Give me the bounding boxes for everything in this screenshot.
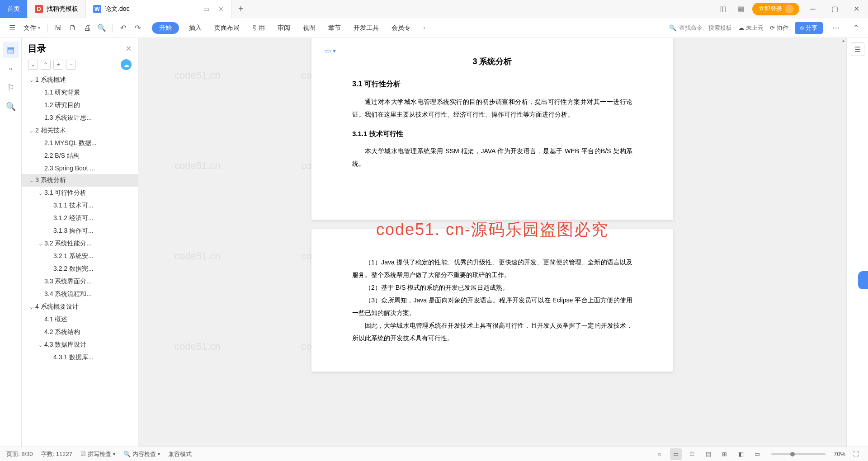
login-label: 立即登录 [759,5,782,13]
zoom-out-icon[interactable]: ▭ [751,448,763,460]
outline-item[interactable]: 4.2 系统结构 [22,326,138,339]
tab-close-icon[interactable]: ✕ [218,5,224,13]
outline-item[interactable]: 2.1 MYSQL 数据... [22,137,138,150]
tab-template[interactable]: D 找稻壳模板 [28,0,86,18]
zoom-thumb[interactable] [790,452,795,456]
save-as-icon[interactable]: 🗋 [66,21,80,35]
undo-icon[interactable]: ↶ [116,21,130,35]
outline-item[interactable]: ⌄3.1 可行性分析 [22,187,138,199]
tab-document[interactable]: W 论文.doc ▭ ✕ [86,0,231,18]
reading-layout-icon[interactable]: ◫ [716,3,729,15]
tab-screen-icon[interactable]: ▭ [203,5,209,13]
spell-check[interactable]: ☑拼写检查▾ [80,450,115,458]
minimize-button[interactable]: ─ [805,2,821,16]
ribbon-view[interactable]: 视图 [303,24,316,32]
outline-item[interactable]: 4.3.1 数据库... [22,351,138,364]
coop-button[interactable]: ⟳ 协作 [770,24,788,32]
outline-expand-all-icon[interactable]: ⌄ [28,60,38,70]
outline-sync-icon[interactable]: ☁ [121,59,132,70]
eyecare-icon[interactable]: ☼ [654,448,665,460]
share-button[interactable]: ⎋ 分享 [795,22,823,34]
outline-item[interactable]: 3.1.1 技术可... [22,199,138,212]
outline-panel-icon[interactable]: ▤ [3,42,19,58]
outline-item[interactable]: 1.3 系统设计思... [22,112,138,124]
outline-item[interactable]: 3.2.1 系统安... [22,250,138,263]
search-panel-icon[interactable]: 🔍 [3,99,19,115]
more-icon[interactable]: ⋯ [829,21,843,35]
view-read-icon[interactable]: ▤ [703,448,714,460]
left-sidebar: ▤ ▫ ⚐ 🔍 [0,38,22,447]
view-focus-icon[interactable]: ◧ [735,448,747,460]
document-area[interactable]: code51.cn code51.cn code51.cn code51.cn … [138,38,846,447]
outline-item[interactable]: 2.3 Spring Boot ... [22,162,138,174]
ribbon-review[interactable]: 审阅 [278,24,290,32]
scroll-up-icon[interactable]: ▴ [840,38,846,44]
chevron-down-icon[interactable]: ⌄ [28,178,34,183]
chevron-down-icon[interactable]: ⌄ [28,128,34,134]
chevron-down-icon[interactable]: ⌄ [28,304,34,310]
outline-item[interactable]: 3.3 系统界面分... [22,275,138,288]
login-button[interactable]: 立即登录 [752,3,799,15]
chevron-down-icon[interactable]: ⌄ [37,241,43,247]
outline-item[interactable]: 3.1.2 经济可... [22,212,138,225]
outline-item[interactable]: ⌄3.2 系统性能分... [22,237,138,250]
print-icon[interactable]: 🖨 [80,21,94,35]
redo-icon[interactable]: ↷ [131,21,144,35]
outline-item[interactable]: 1.1 研究背景 [22,86,138,99]
ribbon-devtools[interactable]: 开发工具 [354,24,379,32]
outline-item[interactable]: 3.2.2 数据完... [22,263,138,275]
ribbon-start[interactable]: 开始 [152,22,179,34]
word-count[interactable]: 字数: 11227 [41,450,72,458]
outline-item[interactable]: 1.2 研究目的 [22,99,138,112]
collapse-ribbon-icon[interactable]: ⌃ [849,21,863,35]
outline-collapse-all-icon[interactable]: ⌃ [41,60,51,70]
add-tab-button[interactable]: + [231,4,250,14]
outline-close-icon[interactable]: ✕ [126,44,132,53]
print-preview-icon[interactable]: 🔍 [95,21,108,35]
zoom-slider[interactable] [771,453,826,455]
chevron-down-icon[interactable]: ⌄ [28,77,34,83]
outline-item[interactable]: ⌄2 相关技术 [22,124,138,137]
ribbon-insert[interactable]: 插入 [189,24,202,32]
page-indicator[interactable]: 页面: 8/30 [6,450,33,458]
floating-tab[interactable] [858,271,868,289]
page-tag-icon[interactable]: ▭ ▾ [325,47,336,54]
content-check[interactable]: 🔍内容检查▾ [123,450,160,458]
tab-home[interactable]: 首页 [0,0,28,18]
cloud-status[interactable]: ☁ 未上云 [738,24,764,32]
file-menu[interactable]: 文件▾ [20,22,44,34]
close-window-button[interactable]: ✕ [848,2,864,16]
outline-item[interactable]: 4.1 概述 [22,313,138,326]
ribbon-member[interactable]: 会员专 [392,24,410,32]
ribbon-reference[interactable]: 引用 [252,24,265,32]
outline-item[interactable]: ⌄4.3.数据库设计 [22,339,138,351]
chevron-down-icon[interactable]: ⌄ [37,342,43,348]
thumbnail-panel-icon[interactable]: ▫ [3,61,19,77]
menu-icon[interactable]: ☰ [5,21,19,35]
view-web-icon[interactable]: ⊞ [719,448,731,460]
outline-add-icon[interactable]: + [53,60,63,70]
outline-item[interactable]: ⌄4 系统概要设计 [22,301,138,313]
view-outline-icon[interactable]: ☷ [686,448,698,460]
right-panel-toggle-icon[interactable]: ☰ [851,42,864,56]
fullscreen-icon[interactable]: ⛶ [850,448,862,460]
command-search[interactable]: 🔍 查找命令、搜索模板 [669,24,732,32]
outline-item[interactable]: 3.1.3 操作可... [22,225,138,237]
ribbon-chapter[interactable]: 章节 [328,24,341,32]
outline-item[interactable]: 2.2 B/S 结构 [22,150,138,162]
outline-item[interactable]: ⌄1 系统概述 [22,74,138,86]
ribbon-layout[interactable]: 页面布局 [214,24,240,32]
ribbon-more-icon[interactable]: › [423,24,425,32]
outline-item[interactable]: 3.4 系统流程和... [22,288,138,301]
apps-icon[interactable]: ▦ [734,3,747,15]
chevron-down-icon[interactable]: ⌄ [37,190,43,196]
outline-remove-icon[interactable]: − [66,60,76,70]
compat-mode[interactable]: 兼容模式 [168,450,192,458]
view-page-icon[interactable]: ▭ [670,448,682,460]
bookmark-icon[interactable]: ⚐ [3,80,19,96]
zoom-level[interactable]: 70% [834,451,845,457]
maximize-button[interactable]: ▢ [826,2,843,16]
vertical-scrollbar[interactable]: ▴ [840,38,846,447]
outline-item[interactable]: ⌄3 系统分析 [22,174,138,187]
save-icon[interactable]: 🖫 [52,21,65,35]
